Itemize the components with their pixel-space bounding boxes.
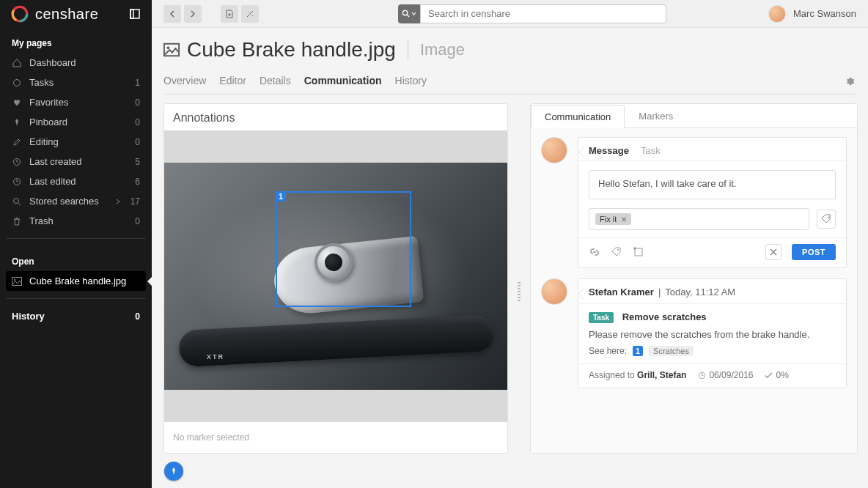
sidebar-item-count: 0: [135, 97, 140, 108]
sidebar-item-label: Tasks: [29, 77, 128, 88]
tag-icon: [611, 247, 622, 257]
nav-forward-button[interactable]: [184, 5, 202, 23]
tab-communication[interactable]: Communication: [304, 69, 382, 94]
sidebar-item-dashboard[interactable]: Dashboard: [6, 53, 146, 73]
sidebar-collapse-button[interactable]: [128, 7, 141, 21]
sidebar-item-count: 0: [135, 311, 140, 322]
add-tag-button[interactable]: +: [817, 210, 836, 229]
pencil-icon: [12, 137, 22, 147]
comm-tab-markers[interactable]: Markers: [625, 104, 687, 127]
tab-details[interactable]: Details: [260, 69, 291, 94]
post-see-here: See here:: [589, 346, 627, 356]
attach-marker-button[interactable]: [633, 246, 644, 258]
compose-row: Message Task Hello Stefan, I will take c…: [541, 137, 847, 268]
post-due-date: 06/09/2016: [709, 370, 753, 380]
sidebar-item-label: Trash: [29, 215, 128, 226]
sidebar-item-count: 17: [130, 196, 140, 207]
attach-link-button[interactable]: [589, 246, 600, 258]
tag-chip-remove[interactable]: ✕: [621, 215, 627, 223]
sidebar-item-label: Last edited: [29, 176, 128, 187]
sidebar-item-label: History: [12, 311, 128, 322]
nav-back-button[interactable]: [163, 5, 181, 23]
magic-button[interactable]: [241, 5, 259, 23]
chevron-down-icon: [411, 11, 416, 16]
post-ref-number[interactable]: 1: [633, 346, 643, 356]
tab-editor[interactable]: Editor: [219, 69, 246, 94]
svg-point-8: [14, 198, 19, 203]
svg-point-5: [14, 79, 21, 86]
compose-post-button[interactable]: POST: [792, 244, 836, 260]
tag-chip: Fix it ✕: [595, 213, 631, 225]
sidebar-item-label: Stored searches: [29, 196, 110, 207]
image-badge: XTR: [207, 353, 224, 361]
communication-panel: Communication Markers Message Task Hello…: [530, 103, 858, 454]
svg-point-17: [617, 249, 619, 251]
svg-rect-4: [130, 10, 133, 18]
sidebar-item-count: 1: [135, 78, 140, 88]
post-bubble: Stefan Kramer | Today, 11:12 AM Task Rem…: [578, 278, 847, 388]
sidebar-section-open: Open: [0, 246, 152, 271]
pin-fab-button[interactable]: [164, 462, 183, 481]
sidebar-item-count: 5: [135, 157, 140, 167]
compose-cancel-button[interactable]: [765, 244, 781, 260]
sidebar-item-tasks[interactable]: Tasks 1: [6, 73, 146, 92]
svg-point-15: [167, 46, 170, 49]
brand: censhare: [10, 4, 98, 23]
svg-rect-19: [634, 248, 636, 250]
post-author: Stefan Kramer: [589, 286, 654, 297]
sidebar-item-last-edited[interactable]: Last edited 6: [6, 171, 146, 191]
svg-line-13: [407, 15, 409, 17]
ring-icon: [12, 78, 22, 88]
compose-type-message[interactable]: Message: [589, 145, 629, 156]
attach-tag-button[interactable]: [611, 246, 622, 258]
sidebar-item-favorites[interactable]: Favorites 0: [6, 92, 146, 112]
sidebar-item-count: 0: [135, 137, 140, 147]
sidebar-open-item[interactable]: Cube Brake handle.jpg: [6, 271, 146, 291]
marker-icon: [633, 247, 644, 257]
sidebar-item-count: 0: [135, 117, 140, 127]
sidebar-item-editing[interactable]: Editing 0: [6, 132, 146, 152]
compose-type-task[interactable]: Task: [641, 145, 661, 156]
annotations-footer: No marker selected: [164, 422, 507, 453]
topbar: Marc Swanson: [152, 0, 868, 28]
sidebar-item-trash[interactable]: Trash 0: [6, 211, 146, 231]
new-asset-button[interactable]: [221, 5, 238, 23]
annotation-marker[interactable]: 1: [276, 191, 411, 307]
search-icon: [12, 196, 22, 207]
sidebar-history-header[interactable]: History 0: [6, 306, 146, 326]
comm-tab-communication[interactable]: Communication: [531, 105, 625, 128]
post-avatar: [541, 278, 567, 305]
heart-icon: [12, 97, 22, 108]
compose-tag-input[interactable]: Fix it ✕: [589, 208, 809, 230]
annotations-title: Annotations: [164, 104, 507, 130]
sidebar-item-last-created[interactable]: Last created 5: [6, 152, 146, 171]
title-divider: [408, 40, 408, 59]
sidebar-item-stored-searches[interactable]: Stored searches 17: [6, 191, 146, 211]
annotation-image: XTR 1: [164, 163, 507, 390]
page-tabs: Overview Editor Details Communication Hi…: [163, 69, 856, 95]
annotation-canvas[interactable]: XTR 1: [164, 130, 507, 422]
svg-point-12: [402, 10, 407, 15]
sidebar-item-pinboard[interactable]: Pinboard 0: [6, 112, 146, 132]
brand-name: censhare: [35, 6, 98, 23]
panel-splitter[interactable]: [517, 103, 521, 479]
tab-history[interactable]: History: [395, 69, 427, 94]
post-assigned-prefix: Assigned to: [589, 370, 635, 380]
svg-point-11: [14, 278, 15, 280]
sidebar-item-count: 0: [135, 216, 140, 226]
post-progress: 0%: [776, 370, 788, 380]
user-avatar[interactable]: [768, 5, 786, 23]
post-assigned-to: Grill, Stefan: [637, 370, 686, 380]
sidebar-item-count: 6: [135, 177, 140, 187]
compose-textarea[interactable]: Hello Stefan, I will take care of it.: [589, 170, 836, 199]
user-name: Marc Swanson: [793, 8, 856, 19]
sidebar-item-label: Favorites: [29, 97, 128, 108]
tab-overview[interactable]: Overview: [163, 69, 206, 94]
annotation-marker-number: 1: [276, 191, 286, 202]
tabs-settings-button[interactable]: [845, 76, 856, 86]
tag-plus-icon: +: [821, 214, 831, 224]
progress-icon: [765, 371, 773, 380]
search-scope-button[interactable]: [398, 4, 420, 23]
search-input[interactable]: [420, 4, 666, 23]
post-ref-label: Scratches: [649, 346, 694, 356]
